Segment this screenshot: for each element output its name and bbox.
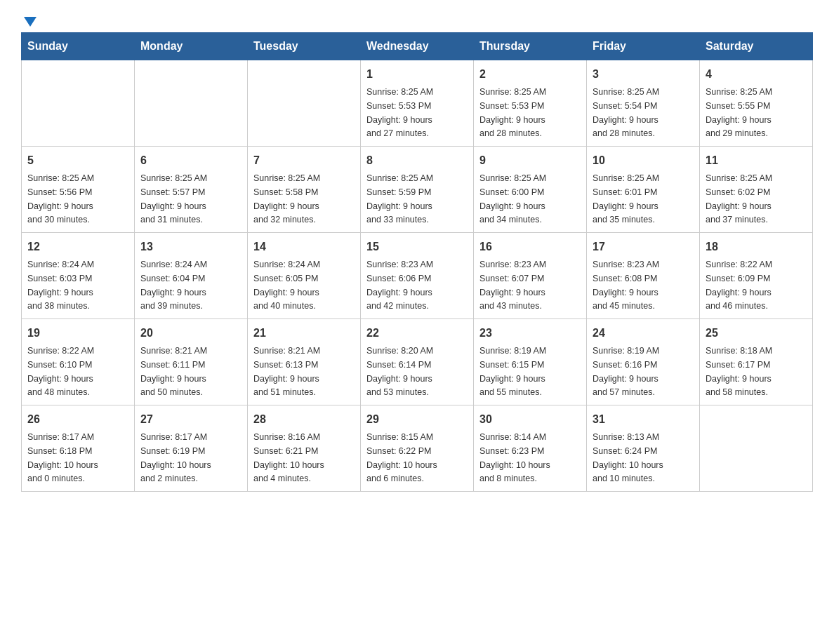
day-info: Sunrise: 8:25 AM Sunset: 5:57 PM Dayligh… xyxy=(140,173,207,224)
day-info: Sunrise: 8:25 AM Sunset: 5:53 PM Dayligh… xyxy=(366,87,433,138)
calendar-day-cell: 16Sunrise: 8:23 AM Sunset: 6:07 PM Dayli… xyxy=(474,233,587,319)
calendar-week-row: 19Sunrise: 8:22 AM Sunset: 6:10 PM Dayli… xyxy=(22,319,813,405)
day-info: Sunrise: 8:20 AM Sunset: 6:14 PM Dayligh… xyxy=(366,346,433,397)
day-number: 26 xyxy=(27,411,128,428)
calendar-day-cell: 23Sunrise: 8:19 AM Sunset: 6:15 PM Dayli… xyxy=(474,319,587,405)
day-number: 15 xyxy=(366,239,468,255)
calendar-day-cell: 24Sunrise: 8:19 AM Sunset: 6:16 PM Dayli… xyxy=(587,319,700,405)
day-info: Sunrise: 8:24 AM Sunset: 6:03 PM Dayligh… xyxy=(27,260,94,311)
day-number: 16 xyxy=(479,239,581,255)
calendar-day-cell: 20Sunrise: 8:21 AM Sunset: 6:11 PM Dayli… xyxy=(135,319,248,405)
day-info: Sunrise: 8:25 AM Sunset: 5:55 PM Dayligh… xyxy=(706,87,772,138)
day-info: Sunrise: 8:24 AM Sunset: 6:05 PM Dayligh… xyxy=(253,260,320,311)
calendar-day-cell: 9Sunrise: 8:25 AM Sunset: 6:00 PM Daylig… xyxy=(474,147,587,233)
day-number: 27 xyxy=(140,411,241,428)
calendar-day-cell: 3Sunrise: 8:25 AM Sunset: 5:54 PM Daylig… xyxy=(587,60,700,147)
day-info: Sunrise: 8:16 AM Sunset: 6:21 PM Dayligh… xyxy=(253,432,324,483)
calendar-day-cell: 4Sunrise: 8:25 AM Sunset: 5:55 PM Daylig… xyxy=(700,60,813,147)
day-number: 11 xyxy=(706,152,807,169)
calendar-day-cell: 1Sunrise: 8:25 AM Sunset: 5:53 PM Daylig… xyxy=(361,60,474,147)
calendar-table: SundayMondayTuesdayWednesdayThursdayFrid… xyxy=(21,32,813,492)
day-number: 23 xyxy=(479,325,581,342)
calendar-week-row: 26Sunrise: 8:17 AM Sunset: 6:18 PM Dayli… xyxy=(22,405,813,492)
day-number: 3 xyxy=(593,66,694,83)
day-number: 28 xyxy=(253,411,355,428)
day-number: 5 xyxy=(27,152,128,169)
weekday-header-row: SundayMondayTuesdayWednesdayThursdayFrid… xyxy=(22,33,813,60)
day-info: Sunrise: 8:15 AM Sunset: 6:22 PM Dayligh… xyxy=(366,432,437,483)
calendar-day-cell xyxy=(700,405,813,492)
weekday-header-thursday: Thursday xyxy=(474,33,587,60)
day-info: Sunrise: 8:24 AM Sunset: 6:04 PM Dayligh… xyxy=(140,260,207,311)
calendar-day-cell: 12Sunrise: 8:24 AM Sunset: 6:03 PM Dayli… xyxy=(22,233,135,319)
day-info: Sunrise: 8:25 AM Sunset: 6:01 PM Dayligh… xyxy=(593,173,659,224)
calendar-week-row: 12Sunrise: 8:24 AM Sunset: 6:03 PM Dayli… xyxy=(22,233,813,319)
day-info: Sunrise: 8:25 AM Sunset: 5:53 PM Dayligh… xyxy=(479,87,546,138)
calendar-day-cell: 14Sunrise: 8:24 AM Sunset: 6:05 PM Dayli… xyxy=(248,233,361,319)
day-info: Sunrise: 8:18 AM Sunset: 6:17 PM Dayligh… xyxy=(706,346,772,397)
calendar-day-cell: 31Sunrise: 8:13 AM Sunset: 6:24 PM Dayli… xyxy=(587,405,700,492)
day-number: 21 xyxy=(253,325,355,342)
calendar-week-row: 5Sunrise: 8:25 AM Sunset: 5:56 PM Daylig… xyxy=(22,147,813,233)
day-number: 19 xyxy=(27,325,128,342)
day-info: Sunrise: 8:23 AM Sunset: 6:08 PM Dayligh… xyxy=(593,260,659,311)
day-number: 10 xyxy=(593,152,694,169)
day-number: 6 xyxy=(140,152,241,169)
day-number: 25 xyxy=(706,325,807,342)
day-info: Sunrise: 8:19 AM Sunset: 6:16 PM Dayligh… xyxy=(593,346,659,397)
calendar-day-cell: 11Sunrise: 8:25 AM Sunset: 6:02 PM Dayli… xyxy=(700,147,813,233)
day-number: 14 xyxy=(253,239,355,255)
svg-marker-0 xyxy=(24,17,37,27)
calendar-day-cell: 27Sunrise: 8:17 AM Sunset: 6:19 PM Dayli… xyxy=(135,405,248,492)
calendar-day-cell: 13Sunrise: 8:24 AM Sunset: 6:04 PM Dayli… xyxy=(135,233,248,319)
day-number: 24 xyxy=(593,325,694,342)
calendar-day-cell: 19Sunrise: 8:22 AM Sunset: 6:10 PM Dayli… xyxy=(22,319,135,405)
calendar-day-cell: 7Sunrise: 8:25 AM Sunset: 5:58 PM Daylig… xyxy=(248,147,361,233)
weekday-header-tuesday: Tuesday xyxy=(248,33,361,60)
day-info: Sunrise: 8:25 AM Sunset: 6:00 PM Dayligh… xyxy=(479,173,546,224)
day-info: Sunrise: 8:17 AM Sunset: 6:19 PM Dayligh… xyxy=(140,432,211,483)
day-info: Sunrise: 8:21 AM Sunset: 6:13 PM Dayligh… xyxy=(253,346,320,397)
calendar-day-cell: 10Sunrise: 8:25 AM Sunset: 6:01 PM Dayli… xyxy=(587,147,700,233)
day-number: 30 xyxy=(479,411,581,428)
day-info: Sunrise: 8:25 AM Sunset: 6:02 PM Dayligh… xyxy=(706,173,772,224)
day-info: Sunrise: 8:14 AM Sunset: 6:23 PM Dayligh… xyxy=(479,432,550,483)
calendar-day-cell: 26Sunrise: 8:17 AM Sunset: 6:18 PM Dayli… xyxy=(22,405,135,492)
day-number: 29 xyxy=(366,411,468,428)
logo xyxy=(21,14,38,25)
calendar-day-cell xyxy=(135,60,248,147)
calendar-day-cell: 29Sunrise: 8:15 AM Sunset: 6:22 PM Dayli… xyxy=(361,405,474,492)
day-number: 1 xyxy=(366,66,468,83)
calendar-day-cell: 21Sunrise: 8:21 AM Sunset: 6:13 PM Dayli… xyxy=(248,319,361,405)
day-info: Sunrise: 8:25 AM Sunset: 5:59 PM Dayligh… xyxy=(366,173,433,224)
day-number: 31 xyxy=(593,411,694,428)
day-info: Sunrise: 8:23 AM Sunset: 6:07 PM Dayligh… xyxy=(479,260,546,311)
day-number: 9 xyxy=(479,152,581,169)
calendar-day-cell: 25Sunrise: 8:18 AM Sunset: 6:17 PM Dayli… xyxy=(700,319,813,405)
calendar-day-cell xyxy=(22,60,135,147)
day-number: 20 xyxy=(140,325,241,342)
calendar-week-row: 1Sunrise: 8:25 AM Sunset: 5:53 PM Daylig… xyxy=(22,60,813,147)
weekday-header-monday: Monday xyxy=(135,33,248,60)
day-info: Sunrise: 8:23 AM Sunset: 6:06 PM Dayligh… xyxy=(366,260,433,311)
day-number: 18 xyxy=(706,239,807,255)
weekday-header-wednesday: Wednesday xyxy=(361,33,474,60)
day-number: 4 xyxy=(706,66,807,83)
day-info: Sunrise: 8:22 AM Sunset: 6:10 PM Dayligh… xyxy=(27,346,94,397)
calendar-day-cell: 28Sunrise: 8:16 AM Sunset: 6:21 PM Dayli… xyxy=(248,405,361,492)
day-info: Sunrise: 8:19 AM Sunset: 6:15 PM Dayligh… xyxy=(479,346,546,397)
day-number: 8 xyxy=(366,152,468,169)
day-number: 17 xyxy=(593,239,694,255)
weekday-header-sunday: Sunday xyxy=(22,33,135,60)
day-number: 12 xyxy=(27,239,128,255)
calendar-day-cell: 6Sunrise: 8:25 AM Sunset: 5:57 PM Daylig… xyxy=(135,147,248,233)
day-info: Sunrise: 8:25 AM Sunset: 5:58 PM Dayligh… xyxy=(253,173,320,224)
weekday-header-saturday: Saturday xyxy=(700,33,813,60)
day-info: Sunrise: 8:22 AM Sunset: 6:09 PM Dayligh… xyxy=(706,260,772,311)
calendar-day-cell: 18Sunrise: 8:22 AM Sunset: 6:09 PM Dayli… xyxy=(700,233,813,319)
page-header xyxy=(21,14,813,25)
day-info: Sunrise: 8:21 AM Sunset: 6:11 PM Dayligh… xyxy=(140,346,207,397)
calendar-day-cell: 15Sunrise: 8:23 AM Sunset: 6:06 PM Dayli… xyxy=(361,233,474,319)
day-number: 2 xyxy=(479,66,581,83)
calendar-day-cell: 22Sunrise: 8:20 AM Sunset: 6:14 PM Dayli… xyxy=(361,319,474,405)
